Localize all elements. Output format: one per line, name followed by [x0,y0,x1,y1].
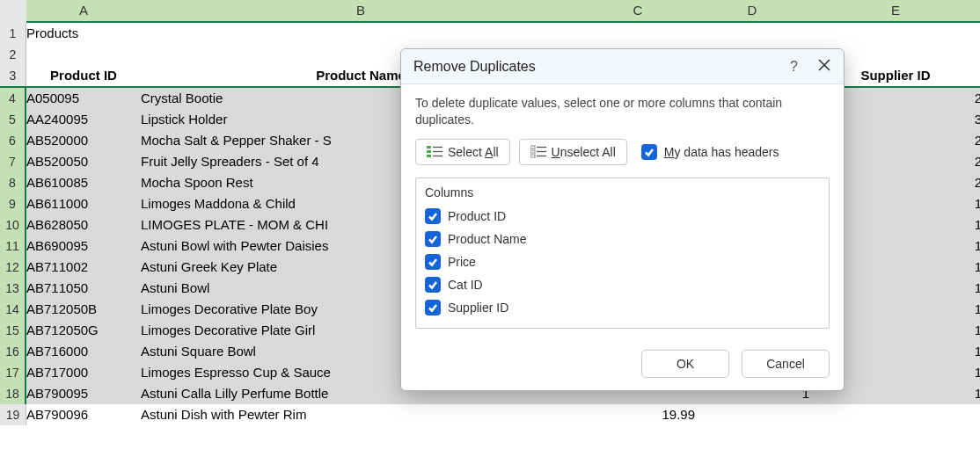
column-label: Price [448,255,476,269]
unselect-all-label: Unselect All [552,145,616,159]
svg-rect-4 [427,155,431,157]
columns-listbox: Columns Product IDProduct NamePriceCat I… [415,178,830,329]
column-label: Product ID [448,209,506,223]
dialog-titlebar: Remove Duplicates ? [401,49,844,84]
checkbox-icon[interactable] [425,208,441,224]
svg-rect-10 [530,155,535,157]
checkbox-icon[interactable] [425,277,441,293]
unselect-all-icon [530,145,546,159]
column-checkbox-product-name[interactable]: Product Name [425,228,820,250]
select-all-label: Select All [448,145,499,159]
close-icon [817,61,831,75]
svg-rect-3 [427,150,431,153]
svg-rect-9 [530,150,535,153]
column-label: Supplier ID [448,301,508,315]
remove-duplicates-dialog: Remove Duplicates ? To delete duplicate … [400,48,845,391]
svg-rect-8 [530,146,535,149]
headers-checkbox[interactable] [641,144,657,160]
select-all-button[interactable]: Select All [415,139,510,165]
checkbox-icon[interactable] [425,300,441,315]
unselect-all-button[interactable]: Unselect All [519,139,627,165]
select-all-icon [427,145,442,159]
headers-checkbox-row[interactable]: My data has headers [641,144,779,160]
checkbox-icon[interactable] [425,231,441,247]
dialog-description: To delete duplicate values, select one o… [415,95,830,128]
close-button[interactable] [817,58,831,75]
headers-checkbox-label: My data has headers [664,145,779,159]
column-label: Product Name [448,232,526,246]
ok-button[interactable]: OK [641,350,729,378]
columns-label: Columns [425,185,820,199]
column-checkbox-supplier-id[interactable]: Supplier ID [425,296,820,319]
column-checkbox-price[interactable]: Price [425,250,820,273]
svg-rect-2 [427,146,431,149]
dialog-title: Remove Duplicates [413,59,790,75]
cancel-button[interactable]: Cancel [742,350,830,378]
column-label: Cat ID [448,278,483,292]
help-button[interactable]: ? [790,59,798,75]
checkbox-icon[interactable] [425,254,441,270]
column-checkbox-product-id[interactable]: Product ID [425,205,820,228]
column-checkbox-cat-id[interactable]: Cat ID [425,273,820,296]
